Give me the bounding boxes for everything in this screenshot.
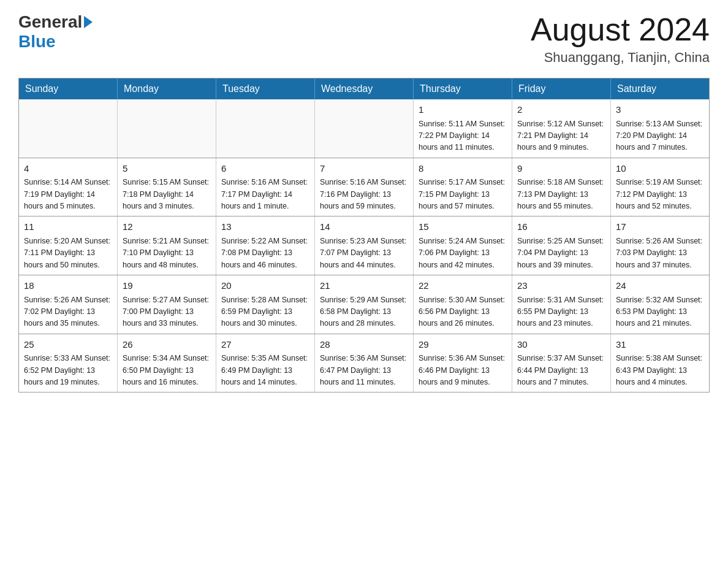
- day-info: Sunrise: 5:26 AM Sunset: 7:03 PM Dayligh…: [616, 236, 704, 271]
- day-info: Sunrise: 5:18 AM Sunset: 7:13 PM Dayligh…: [517, 177, 605, 212]
- calendar-cell: 4Sunrise: 5:14 AM Sunset: 7:19 PM Daylig…: [19, 158, 118, 216]
- day-info: Sunrise: 5:38 AM Sunset: 6:43 PM Dayligh…: [616, 353, 704, 388]
- day-header-thursday: Thursday: [414, 79, 512, 100]
- day-info: Sunrise: 5:27 AM Sunset: 7:00 PM Dayligh…: [123, 294, 211, 330]
- day-number: 14: [320, 220, 408, 234]
- day-info: Sunrise: 5:36 AM Sunset: 6:46 PM Dayligh…: [419, 353, 507, 388]
- calendar-cell: 13Sunrise: 5:22 AM Sunset: 7:08 PM Dayli…: [216, 216, 315, 275]
- day-number: 29: [419, 338, 507, 352]
- logo-general-text: General: [18, 12, 82, 32]
- calendar-cell: [118, 99, 216, 158]
- calendar-cell: 25Sunrise: 5:33 AM Sunset: 6:52 PM Dayli…: [19, 334, 118, 393]
- calendar-cell: 17Sunrise: 5:26 AM Sunset: 7:03 PM Dayli…: [611, 216, 710, 275]
- calendar-cell: 30Sunrise: 5:37 AM Sunset: 6:44 PM Dayli…: [512, 334, 611, 393]
- day-info: Sunrise: 5:36 AM Sunset: 6:47 PM Dayligh…: [320, 353, 408, 388]
- day-info: Sunrise: 5:22 AM Sunset: 7:08 PM Dayligh…: [221, 236, 309, 271]
- calendar-cell: 3Sunrise: 5:13 AM Sunset: 7:20 PM Daylig…: [611, 99, 710, 158]
- day-header-sunday: Sunday: [19, 79, 118, 100]
- day-number: 1: [419, 103, 507, 117]
- day-number: 10: [616, 162, 704, 176]
- calendar-cell: 20Sunrise: 5:28 AM Sunset: 6:59 PM Dayli…: [216, 275, 315, 334]
- day-number: 21: [320, 279, 408, 293]
- calendar-cell: 7Sunrise: 5:16 AM Sunset: 7:16 PM Daylig…: [315, 158, 414, 216]
- day-info: Sunrise: 5:12 AM Sunset: 7:21 PM Dayligh…: [517, 118, 605, 154]
- day-info: Sunrise: 5:31 AM Sunset: 6:55 PM Dayligh…: [517, 294, 605, 330]
- day-info: Sunrise: 5:15 AM Sunset: 7:18 PM Dayligh…: [123, 177, 211, 212]
- day-header-tuesday: Tuesday: [216, 79, 315, 100]
- calendar-cell: 28Sunrise: 5:36 AM Sunset: 6:47 PM Dayli…: [315, 334, 414, 393]
- calendar-cell: 1Sunrise: 5:11 AM Sunset: 7:22 PM Daylig…: [414, 99, 512, 158]
- day-number: 24: [616, 279, 704, 293]
- day-number: 17: [616, 220, 704, 234]
- calendar-cell: 18Sunrise: 5:26 AM Sunset: 7:02 PM Dayli…: [19, 275, 118, 334]
- calendar-cell: 8Sunrise: 5:17 AM Sunset: 7:15 PM Daylig…: [414, 158, 512, 216]
- calendar-cell: 21Sunrise: 5:29 AM Sunset: 6:58 PM Dayli…: [315, 275, 414, 334]
- day-number: 5: [123, 162, 211, 176]
- day-number: 13: [221, 220, 309, 234]
- day-number: 26: [123, 338, 211, 352]
- day-info: Sunrise: 5:23 AM Sunset: 7:07 PM Dayligh…: [320, 236, 408, 271]
- day-info: Sunrise: 5:16 AM Sunset: 7:16 PM Dayligh…: [320, 177, 408, 212]
- calendar-cell: 24Sunrise: 5:32 AM Sunset: 6:53 PM Dayli…: [611, 275, 710, 334]
- calendar-cell: 23Sunrise: 5:31 AM Sunset: 6:55 PM Dayli…: [512, 275, 611, 334]
- day-number: 16: [517, 220, 605, 234]
- calendar-week-row: 4Sunrise: 5:14 AM Sunset: 7:19 PM Daylig…: [19, 158, 710, 216]
- day-number: 15: [419, 220, 507, 234]
- calendar-cell: 9Sunrise: 5:18 AM Sunset: 7:13 PM Daylig…: [512, 158, 611, 216]
- day-number: 8: [419, 162, 507, 176]
- calendar-week-row: 25Sunrise: 5:33 AM Sunset: 6:52 PM Dayli…: [19, 334, 710, 393]
- day-info: Sunrise: 5:28 AM Sunset: 6:59 PM Dayligh…: [221, 294, 309, 330]
- calendar-cell: 11Sunrise: 5:20 AM Sunset: 7:11 PM Dayli…: [19, 216, 118, 275]
- calendar-cell: 27Sunrise: 5:35 AM Sunset: 6:49 PM Dayli…: [216, 334, 315, 393]
- calendar-cell: 5Sunrise: 5:15 AM Sunset: 7:18 PM Daylig…: [118, 158, 216, 216]
- day-number: 23: [517, 279, 605, 293]
- day-info: Sunrise: 5:35 AM Sunset: 6:49 PM Dayligh…: [221, 353, 309, 388]
- month-title: August 2024: [531, 12, 710, 47]
- day-number: 12: [123, 220, 211, 234]
- day-number: 11: [24, 220, 112, 234]
- day-number: 2: [517, 103, 605, 117]
- day-info: Sunrise: 5:11 AM Sunset: 7:22 PM Dayligh…: [419, 118, 507, 154]
- calendar-cell: [216, 99, 315, 158]
- calendar-cell: 16Sunrise: 5:25 AM Sunset: 7:04 PM Dayli…: [512, 216, 611, 275]
- calendar-cell: [19, 99, 118, 158]
- day-number: 28: [320, 338, 408, 352]
- day-number: 25: [24, 338, 112, 352]
- day-header-friday: Friday: [512, 79, 611, 100]
- day-number: 4: [24, 162, 112, 176]
- day-number: 3: [616, 103, 704, 117]
- day-info: Sunrise: 5:13 AM Sunset: 7:20 PM Dayligh…: [616, 118, 704, 154]
- calendar-cell: 26Sunrise: 5:34 AM Sunset: 6:50 PM Dayli…: [118, 334, 216, 393]
- calendar-cell: 22Sunrise: 5:30 AM Sunset: 6:56 PM Dayli…: [414, 275, 512, 334]
- calendar-cell: 10Sunrise: 5:19 AM Sunset: 7:12 PM Dayli…: [611, 158, 710, 216]
- calendar-cell: 19Sunrise: 5:27 AM Sunset: 7:00 PM Dayli…: [118, 275, 216, 334]
- title-section: August 2024 Shuanggang, Tianjin, China: [531, 12, 710, 66]
- day-number: 31: [616, 338, 704, 352]
- day-info: Sunrise: 5:14 AM Sunset: 7:19 PM Dayligh…: [24, 177, 112, 212]
- day-info: Sunrise: 5:33 AM Sunset: 6:52 PM Dayligh…: [24, 353, 112, 388]
- logo: General Blue: [18, 12, 94, 52]
- calendar-header-row: SundayMondayTuesdayWednesdayThursdayFrid…: [19, 79, 710, 100]
- calendar-cell: 29Sunrise: 5:36 AM Sunset: 6:46 PM Dayli…: [414, 334, 512, 393]
- logo-blue-text: Blue: [18, 32, 56, 51]
- day-number: 18: [24, 279, 112, 293]
- day-header-wednesday: Wednesday: [315, 79, 414, 100]
- day-info: Sunrise: 5:24 AM Sunset: 7:06 PM Dayligh…: [419, 236, 507, 271]
- day-info: Sunrise: 5:17 AM Sunset: 7:15 PM Dayligh…: [419, 177, 507, 212]
- day-info: Sunrise: 5:34 AM Sunset: 6:50 PM Dayligh…: [123, 353, 211, 388]
- day-info: Sunrise: 5:37 AM Sunset: 6:44 PM Dayligh…: [517, 353, 605, 388]
- day-number: 30: [517, 338, 605, 352]
- calendar-cell: 12Sunrise: 5:21 AM Sunset: 7:10 PM Dayli…: [118, 216, 216, 275]
- day-number: 22: [419, 279, 507, 293]
- day-info: Sunrise: 5:19 AM Sunset: 7:12 PM Dayligh…: [616, 177, 704, 212]
- day-info: Sunrise: 5:26 AM Sunset: 7:02 PM Dayligh…: [24, 294, 112, 330]
- calendar-cell: 14Sunrise: 5:23 AM Sunset: 7:07 PM Dayli…: [315, 216, 414, 275]
- day-info: Sunrise: 5:25 AM Sunset: 7:04 PM Dayligh…: [517, 236, 605, 271]
- calendar-cell: 31Sunrise: 5:38 AM Sunset: 6:43 PM Dayli…: [611, 334, 710, 393]
- calendar-week-row: 1Sunrise: 5:11 AM Sunset: 7:22 PM Daylig…: [19, 99, 710, 158]
- day-info: Sunrise: 5:21 AM Sunset: 7:10 PM Dayligh…: [123, 236, 211, 271]
- calendar-cell: 15Sunrise: 5:24 AM Sunset: 7:06 PM Dayli…: [414, 216, 512, 275]
- page-header: General Blue August 2024 Shuanggang, Tia…: [18, 12, 710, 66]
- day-number: 27: [221, 338, 309, 352]
- calendar-cell: 6Sunrise: 5:16 AM Sunset: 7:17 PM Daylig…: [216, 158, 315, 216]
